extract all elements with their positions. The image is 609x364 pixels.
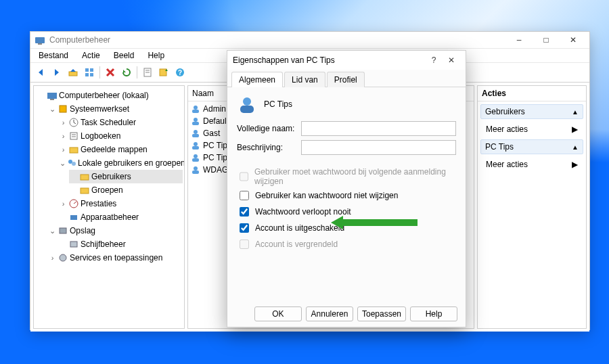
svg-rect-1 (38, 43, 42, 45)
maximize-button[interactable]: □ (533, 32, 560, 48)
actions-pane: Acties Gebruikers▲ Meer acties▶ PC Tips▲… (477, 85, 587, 329)
tree-task-scheduler[interactable]: ›Task Scheduler (58, 116, 183, 129)
svg-rect-27 (60, 228, 66, 233)
svg-rect-43 (240, 106, 254, 113)
tree-groepen[interactable]: Groepen (69, 183, 183, 197)
label: Apparaatbeheer (81, 211, 139, 223)
fullname-label: Volledige naam: (237, 124, 301, 133)
locked-checkbox (240, 240, 249, 249)
grid-icon[interactable] (82, 65, 97, 80)
user-avatar-icon (237, 94, 257, 114)
tab-general[interactable]: Algemeen (231, 72, 283, 87)
svg-rect-28 (70, 242, 77, 247)
tree: Computerbeheer (lokaal) ⌄Systeemwerkset … (34, 86, 184, 267)
refresh-icon[interactable] (119, 65, 134, 80)
tree-prestaties[interactable]: ›Prestaties (58, 197, 183, 210)
action-group-users[interactable]: Gebruikers▲ (480, 104, 583, 119)
window-title: Computerbeheer (49, 35, 110, 45)
back-icon[interactable] (33, 65, 48, 80)
label: Logboeken (81, 130, 120, 142)
user-icon (191, 165, 200, 175)
svg-rect-26 (70, 215, 77, 220)
titlebar: Computerbeheer – □ ✕ (30, 32, 589, 48)
tree-opslag[interactable]: ⌄Opslag (47, 224, 183, 237)
label: Gebruikers (485, 107, 525, 116)
menu-action[interactable]: Actie (79, 49, 103, 62)
svg-rect-3 (85, 68, 89, 72)
tree-services[interactable]: ›Services en toepassingen (47, 251, 183, 265)
user-icon (191, 116, 200, 126)
svg-rect-10 (160, 69, 166, 76)
menu-file[interactable]: Bestand (36, 49, 71, 62)
ok-button[interactable]: OK (254, 306, 302, 321)
tree-logboeken[interactable]: ›Logboeken (58, 129, 183, 143)
tab-member-of[interactable]: Lid van (284, 72, 325, 87)
tree-lokale-groepen[interactable]: ⌄Lokale gebruikers en groepen (58, 156, 183, 170)
user-icon (191, 129, 200, 138)
cannot-change-checkbox[interactable] (240, 191, 249, 200)
check-never-expires[interactable]: Wachtwoord verloopt nooit (237, 205, 456, 219)
delete-icon[interactable] (103, 65, 118, 80)
action-more-users[interactable]: Meer acties▶ (483, 122, 581, 137)
apply-button[interactable]: Toepassen (357, 306, 406, 321)
forward-icon[interactable] (49, 65, 64, 80)
label: Meer acties (486, 160, 528, 169)
label: Gast (203, 127, 220, 139)
check-cannot-change[interactable]: Gebruiker kan wachtwoord niet wijzigen (237, 189, 456, 202)
tree-root[interactable]: Computerbeheer (lokaal) (37, 89, 183, 102)
dialog-body: PC Tips Volledige naam: Beschrijving: Ge… (227, 87, 466, 256)
tree-systeemwerkset[interactable]: ⌄Systeemwerkset (47, 102, 183, 116)
tree-schijfbeheer[interactable]: Schijfbeheer (58, 237, 183, 251)
svg-rect-24 (81, 188, 89, 194)
menu-help[interactable]: Help (145, 49, 167, 62)
export-icon[interactable] (156, 65, 171, 80)
dialog-tabs: Algemeen Lid van Profiel (227, 71, 466, 87)
user-header: PC Tips (237, 94, 456, 114)
tree-pane: Computerbeheer (lokaal) ⌄Systeemwerkset … (33, 85, 185, 329)
dialog-help-button[interactable]: ? (425, 52, 443, 68)
svg-point-21 (68, 160, 72, 164)
check-must-change: Gebruiker moet wachtwoord bij volgende a… (237, 167, 456, 186)
svg-point-40 (194, 166, 198, 170)
label: Gebruikers (91, 170, 131, 183)
svg-rect-17 (70, 133, 77, 139)
svg-point-36 (194, 142, 198, 146)
menu-view[interactable]: Beeld (111, 49, 137, 62)
user-name: PC Tips (264, 99, 292, 109)
label: Gedeelde mappen (81, 143, 148, 156)
minimize-button[interactable]: – (505, 32, 533, 48)
svg-point-42 (243, 97, 251, 106)
description-label: Beschrijving: (237, 143, 301, 152)
fullname-input[interactable] (301, 121, 456, 136)
label: Systeemwerkset (70, 103, 129, 115)
label: Prestaties (81, 198, 116, 210)
label: Wachtwoord verloopt nooit (255, 207, 351, 217)
description-input[interactable] (301, 140, 456, 155)
must-change-checkbox (240, 172, 248, 181)
label: Task Scheduler (81, 116, 136, 129)
dialog-titlebar: Eigenschappen van PC Tips ? ✕ (227, 51, 466, 70)
never-expires-checkbox[interactable] (240, 207, 249, 217)
check-locked: Account is vergrendeld (237, 237, 456, 251)
svg-rect-14 (50, 99, 54, 100)
svg-point-34 (194, 130, 198, 134)
collapse-icon: ▲ (572, 108, 579, 116)
cancel-button[interactable]: Annuleren (306, 306, 353, 321)
close-button[interactable]: ✕ (560, 32, 587, 48)
user-icon (191, 153, 200, 162)
up-icon[interactable] (66, 65, 81, 80)
tree-gedeelde-mappen[interactable]: ›Gedeelde mappen (58, 143, 183, 156)
help-icon[interactable]: ? (173, 65, 187, 80)
tree-apparaatbeheer[interactable]: Apparaatbeheer (58, 210, 183, 224)
label: WDAG (203, 164, 228, 176)
properties-icon[interactable] (140, 65, 155, 80)
svg-rect-33 (192, 122, 199, 125)
check-account-disabled[interactable]: Account is uitgeschakeld (237, 221, 456, 235)
action-more-pctips[interactable]: Meer acties▶ (483, 157, 581, 172)
dialog-close-button[interactable]: ✕ (443, 52, 460, 68)
tree-gebruikers[interactable]: Gebruikers (69, 170, 183, 183)
tab-profile[interactable]: Profiel (327, 72, 365, 87)
action-group-pctips[interactable]: PC Tips▲ (480, 139, 583, 154)
account-disabled-checkbox[interactable] (240, 223, 249, 233)
help-button[interactable]: Help (410, 306, 457, 321)
